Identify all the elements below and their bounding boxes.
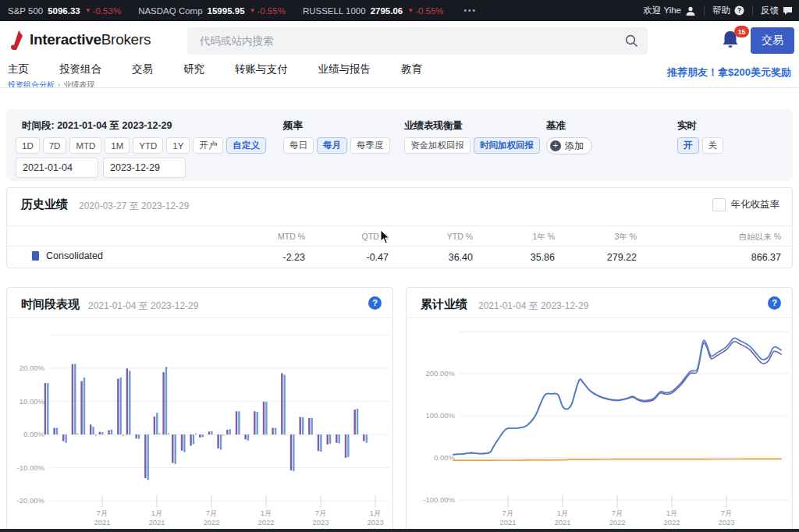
annualized-checkbox[interactable] [712,198,726,211]
svg-text:1月: 1月 [557,509,569,517]
index-name: NASDAQ Comp [138,6,202,16]
ibkr-logo[interactable]: InteractiveBrokers [8,28,151,51]
nav-item-home[interactable]: 主页 [8,62,29,76]
welcome-label: 欢迎 Yihe [643,5,681,16]
svg-text:20.00%: 20.00% [20,364,45,372]
ticker-nasdaq[interactable]: NASDAQ Comp 15995.95 ▼-0.55% [138,6,286,16]
period-buttons: 1D 7D MTD 1M YTD 1Y 开户 自定义 [16,137,266,154]
nav-item-performance-reports[interactable]: 业绩与报告 [318,62,371,76]
svg-text:2022: 2022 [258,518,275,527]
history-range: 2020-03-27 至 2023-12-29 [79,200,189,213]
nav-item-transfer-pay[interactable]: 转账与支付 [235,62,288,76]
period-performance-card: 时间段表现 2021-01-04 至 2023-12-29 ? 20.00%10… [6,287,393,532]
site-header: InteractiveBrokers 15 交易 [0,21,799,60]
down-arrow-icon: ▼ [407,7,414,14]
index-value: 5096.33 [48,6,80,16]
cumulative-chart-help-icon[interactable]: ? [768,296,781,310]
measure-mwr-button[interactable]: 资金加权回报 [404,137,471,154]
period-7d-button[interactable]: 7D [43,137,67,154]
col-inception: 自始以来 % [694,232,781,243]
trade-button[interactable]: 交易 [751,27,794,54]
index-change: -0.53% [93,6,121,16]
logo-text-bold: Interactive [30,31,101,48]
frequency-label: 频率 [283,119,303,133]
nav-item-research[interactable]: 研究 [183,62,204,76]
svg-text:2023: 2023 [368,518,384,527]
refer-friend-link[interactable]: 推荐朋友！拿$200美元奖励 [667,66,791,80]
account-menu[interactable]: 欢迎 Yihe [643,5,696,16]
annualized-label: 年化收益率 [731,198,780,211]
col-1y: 1年 % [469,232,555,243]
notifications-button[interactable]: 15 [721,29,748,54]
col-ytd: YTD % [387,232,473,241]
nav-item-education[interactable]: 教育 [401,62,422,76]
svg-text:1月: 1月 [151,509,163,517]
svg-text:2021: 2021 [148,518,165,527]
benchmark-label: 基准 [546,119,566,133]
index-name: RUSSELL 1000 [303,6,366,16]
svg-text:-10.00%: -10.00% [17,463,45,472]
breadcrumb-page: 业绩表现 [63,80,94,87]
svg-text:7月: 7月 [97,509,108,517]
divider [7,246,792,246]
search-input[interactable] [198,34,625,48]
period-label: 时间段: 2021-01-04 至 2023-12-29 [22,119,172,133]
period-custom-button[interactable]: 自定义 [226,137,266,154]
historical-performance-card: 历史业绩 2020-03-27 至 2023-12-29 年化收益率 MTD %… [6,187,793,268]
nav-item-portfolio[interactable]: 投资组合 [59,62,101,76]
period-1m-button[interactable]: 1M [105,137,130,154]
cumulative-chart-range: 2021-01-04 至 2023-12-29 [478,300,588,313]
feedback-button[interactable]: 反馈 [761,5,793,16]
period-1d-button[interactable]: 1D [16,137,40,154]
help-menu[interactable]: 帮助 ? [712,5,744,16]
svg-text:2022: 2022 [664,518,680,527]
realtime-off-button[interactable]: 关 [702,137,724,154]
search-icon[interactable] [625,34,638,48]
ticker-more-button[interactable]: ••• [464,6,478,15]
svg-text:7月: 7月 [502,509,514,517]
benchmark-add-button[interactable]: + 添加 [546,137,592,154]
bottom-bar [0,529,799,532]
notification-badge: 15 [734,26,749,37]
ibkr-logo-icon [8,28,25,51]
nav-item-trade[interactable]: 交易 [132,62,153,76]
breadcrumb-section[interactable]: 投资组合分析 [8,80,55,87]
frequency-quarterly-button[interactable]: 每季度 [350,137,390,154]
svg-text:1月: 1月 [261,509,272,517]
cumulative-performance-line-chart: 200.00%100.00%0.00%-100.00%7月20211月20217… [407,318,792,532]
divider [752,5,753,16]
index-value: 2795.06 [371,6,403,16]
ticker-sp500[interactable]: S&P 500 5096.33 ▼-0.53% [8,6,121,16]
date-from-input[interactable] [16,158,98,178]
period-mtd-button[interactable]: MTD [69,137,101,154]
period-chart-range: 2021-01-04 至 2023-12-29 [88,300,198,313]
svg-text:10.00%: 10.00% [20,397,45,406]
period-1y-button[interactable]: 1Y [166,137,190,154]
frequency-monthly-button[interactable]: 每月 [317,137,347,154]
ticker-russell[interactable]: RUSSELL 1000 2795.06 ▼-0.55% [303,6,444,16]
index-name: S&P 500 [8,6,43,16]
svg-text:2021: 2021 [554,518,570,527]
svg-text:2022: 2022 [203,518,219,527]
svg-text:-20.00%: -20.00% [17,496,45,505]
col-qtd: QTD % [303,232,389,241]
date-to-input[interactable] [103,158,186,178]
period-chart-help-icon[interactable]: ? [368,296,382,310]
value-1y: 35.86 [469,252,555,263]
breadcrumb-separator: › [58,80,60,87]
frequency-daily-button[interactable]: 每日 [283,137,314,154]
period-inception-button[interactable]: 开户 [193,137,223,154]
svg-text:2021: 2021 [94,518,110,527]
value-qtd: -0.47 [303,252,389,263]
measure-twr-button[interactable]: 时间加权回报 [474,137,540,154]
period-ytd-button[interactable]: YTD [133,137,163,154]
svg-text:2022: 2022 [609,518,625,527]
frequency-buttons: 每日 每月 每季度 [283,137,390,154]
svg-text:-100.00%: -100.00% [423,495,455,504]
realtime-on-button[interactable]: 开 [677,137,699,154]
svg-text:2023: 2023 [313,518,329,527]
svg-text:0.00%: 0.00% [434,453,455,462]
svg-text:2021: 2021 [499,518,516,527]
help-label: 帮助 [712,5,730,16]
col-3y: 3年 % [551,232,637,243]
